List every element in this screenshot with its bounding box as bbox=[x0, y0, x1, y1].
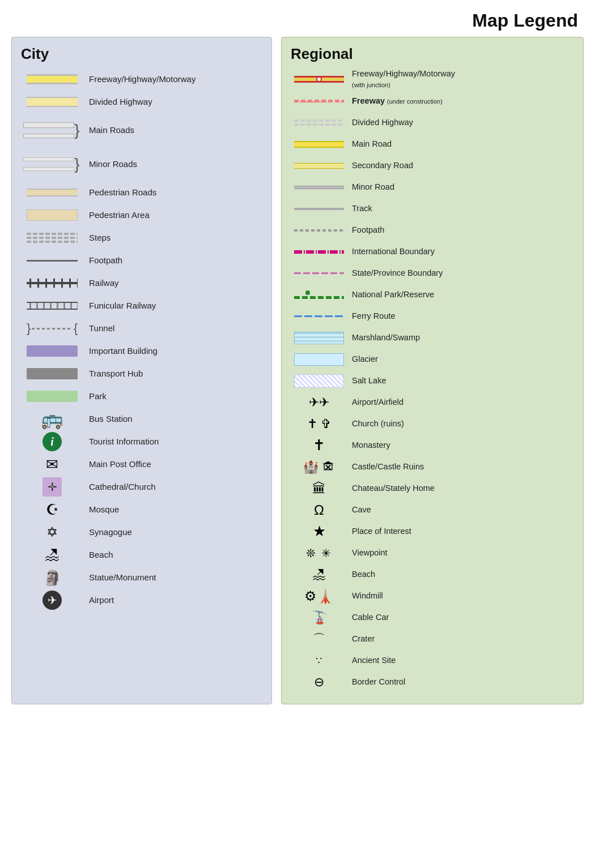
reg-castle-label: Castle/Castle Ruins bbox=[347, 461, 424, 472]
footpath-label: Footpath bbox=[83, 255, 122, 266]
reg-track-icon bbox=[291, 208, 347, 210]
list-item: Steps bbox=[21, 227, 262, 249]
list-item: ⚙🗼 Windmill bbox=[291, 586, 574, 606]
tourist-info-label: Tourist Information bbox=[83, 436, 159, 447]
list-item: Freeway (under construction) bbox=[291, 91, 574, 112]
reg-beach-label: Beach bbox=[347, 569, 375, 580]
reg-minorroad-label: Minor Road bbox=[347, 182, 394, 193]
list-item: ☪ Mosque bbox=[21, 499, 262, 520]
list-item: Glacier bbox=[291, 349, 574, 370]
reg-intl-boundary-icon bbox=[291, 250, 347, 254]
steps-icon bbox=[21, 233, 83, 243]
reg-mainroad-icon bbox=[291, 141, 347, 148]
reg-intl-boundary-label: International Boundary bbox=[347, 246, 435, 257]
pedestrian-roads-label: Pedestrian Roads bbox=[83, 187, 156, 198]
reg-viewpoint-icon: ❊ ✳ bbox=[291, 546, 347, 560]
list-item: 🏛 Chateau/Stately Home bbox=[291, 478, 574, 499]
reg-state-boundary-label: State/Province Boundary bbox=[347, 268, 443, 279]
list-item: Park bbox=[21, 386, 262, 407]
reg-glacier-label: Glacier bbox=[347, 354, 378, 365]
reg-salt-lake-icon bbox=[291, 374, 347, 388]
list-item: Ω Cave bbox=[291, 500, 574, 520]
reg-windmill-label: Windmill bbox=[347, 591, 383, 601]
tourist-info-icon: i bbox=[21, 432, 83, 451]
reg-national-park-icon bbox=[291, 290, 347, 299]
reg-airport-icon: ✈✈ bbox=[291, 395, 347, 410]
tunnel-icon: } } bbox=[21, 322, 83, 335]
list-item: Footpath bbox=[291, 220, 574, 241]
list-item: Important Building bbox=[21, 340, 262, 362]
reg-secondary-icon bbox=[291, 163, 347, 169]
list-item: Secondary Road bbox=[291, 156, 574, 176]
list-item: Pedestrian Roads bbox=[21, 182, 262, 203]
reg-monastery-icon: ✝ bbox=[291, 437, 347, 454]
list-item: ❊ ✳ Viewpoint bbox=[291, 543, 574, 563]
list-item: } } Tunnel bbox=[21, 318, 262, 339]
list-item: Freeway/Highway/Motorway(with junction) bbox=[291, 69, 574, 90]
steps-label: Steps bbox=[83, 232, 110, 243]
reg-monastery-label: Monastery bbox=[347, 440, 390, 451]
reg-border-control-label: Border Control bbox=[347, 677, 405, 687]
regional-column: Regional Freeway/Highway/Motorway(with j… bbox=[281, 37, 584, 704]
list-item: Footpath bbox=[21, 250, 262, 271]
reg-place-interest-icon: ★ bbox=[291, 523, 347, 540]
city-airport-label: Airport bbox=[83, 595, 114, 606]
synagogue-icon: ✡ bbox=[21, 524, 83, 540]
list-item: ✈✈ Airport/Airfield bbox=[291, 392, 574, 413]
list-item: 🗿 Statue/Monument bbox=[21, 567, 262, 588]
pedestrian-roads-icon bbox=[21, 189, 83, 196]
reg-state-boundary-icon bbox=[291, 272, 347, 274]
reg-ferry-icon bbox=[291, 315, 347, 317]
reg-beach-icon: 🏖 bbox=[291, 567, 347, 583]
bus-station-icon: 🚌 bbox=[21, 408, 83, 430]
reg-track-label: Track bbox=[347, 203, 372, 214]
city-column: City Freeway/Highway/Motorway Divided Hi… bbox=[11, 37, 272, 704]
reg-divided-icon bbox=[291, 119, 347, 126]
reg-crater-icon: ⌒ bbox=[291, 631, 347, 648]
list-item: Pedestrian Area bbox=[21, 204, 262, 226]
reg-marshland-label: Marshland/Swamp bbox=[347, 332, 420, 343]
list-item: ✈ Airport bbox=[21, 589, 262, 611]
reg-freeway-icon bbox=[291, 76, 347, 83]
list-item: International Boundary bbox=[291, 242, 574, 262]
list-item: 🏖 Beach bbox=[291, 565, 574, 585]
bus-station-label: Bus Station bbox=[83, 413, 133, 425]
reg-marshland-icon bbox=[291, 332, 347, 344]
reg-freeway-construction-label: Freeway (under construction) bbox=[347, 96, 443, 106]
list-item: ⊖ Border Control bbox=[291, 672, 574, 692]
page-title: Map Legend bbox=[0, 0, 595, 37]
main-roads-icon: } bbox=[21, 122, 83, 138]
list-item: Salt Lake bbox=[291, 371, 574, 391]
important-building-label: Important Building bbox=[83, 345, 158, 357]
reg-cable-car-label: Cable Car bbox=[347, 612, 389, 623]
pedestrian-area-icon bbox=[21, 209, 83, 221]
post-office-icon: ✉ bbox=[21, 456, 83, 473]
list-item: Minor Road bbox=[291, 177, 574, 198]
list-item: Ferry Route bbox=[291, 306, 574, 327]
reg-minorroad-icon bbox=[291, 186, 347, 189]
list-item: ∵ Ancient Site bbox=[291, 651, 574, 671]
statue-monument-icon: 🗿 bbox=[21, 569, 83, 587]
main-roads-label: Main Roads bbox=[83, 125, 134, 136]
reg-national-park-label: National Park/Reserve bbox=[347, 289, 434, 300]
list-item: Track bbox=[291, 199, 574, 219]
list-item: ✝ ✞ Church (ruins) bbox=[291, 414, 574, 434]
list-item: Railway bbox=[21, 272, 262, 294]
freeway-icon bbox=[21, 74, 83, 84]
reg-salt-lake-label: Salt Lake bbox=[347, 375, 386, 386]
list-item: Funicular Railway bbox=[21, 295, 262, 317]
mosque-icon: ☪ bbox=[21, 501, 83, 519]
list-item: ★ Place of Interest bbox=[291, 521, 574, 542]
reg-footpath-label: Footpath bbox=[347, 225, 384, 236]
transport-hub-icon bbox=[21, 368, 83, 379]
reg-windmill-icon: ⚙🗼 bbox=[291, 588, 347, 604]
cathedral-church-label: Cathedral/Church bbox=[83, 481, 156, 493]
reg-mainroad-label: Main Road bbox=[347, 139, 392, 149]
divided-highway-label: Divided Highway bbox=[83, 96, 152, 108]
funicular-railway-icon bbox=[21, 302, 83, 310]
reg-chateau-icon: 🏛 bbox=[291, 481, 347, 497]
freeway-label: Freeway/Highway/Motorway bbox=[83, 74, 196, 85]
reg-ferry-label: Ferry Route bbox=[347, 311, 396, 322]
reg-church-icon: ✝ ✞ bbox=[291, 417, 347, 431]
tunnel-label: Tunnel bbox=[83, 323, 114, 334]
